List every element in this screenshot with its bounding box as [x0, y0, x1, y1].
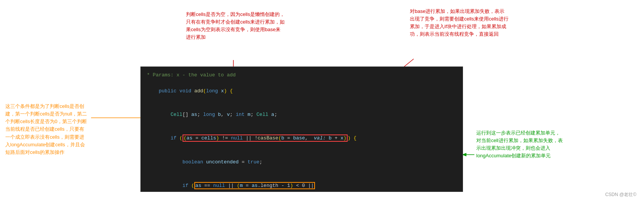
code-line-5: if (as == null || (m = as.length - 1) < …	[147, 174, 457, 198]
annotation-top-right: 对base进行累加，如果出现累加失败，表示出现了竞争，则需要创建cells来使用…	[410, 8, 509, 38]
annotation-top-mid-text: 判断cells是否为空，因为cells是懒惰创建的，只有在有竞争时才会创建cel…	[186, 11, 285, 40]
code-header-line: * Params: x - the value to add	[147, 71, 457, 79]
code-panel: * Params: x - the value to add public vo…	[140, 66, 463, 192]
code-line-3: if ((as = cells) != null || !casBase(b =…	[147, 127, 457, 150]
code-line-4: boolean uncontended = true;	[147, 150, 457, 174]
annotation-right-text: 运行到这一步表示已经创建累加单元，对当前cell进行累加，如果累加失败，表示出现…	[476, 130, 563, 158]
footer-text: CSDN @老壮©	[605, 192, 636, 197]
annotation-top-mid: 判断cells是否为空，因为cells是懒惰创建的，只有在有竞争时才会创建cel…	[186, 11, 285, 41]
footer: CSDN @老壮©	[605, 192, 636, 198]
annotation-left: 这三个条件都是为了判断cells是否创建，第一个判断cells是否为null，第…	[5, 103, 89, 156]
annotation-right: 运行到这一步表示已经创建累加单元，对当前cell进行累加，如果累加失败，表示出现…	[476, 129, 564, 160]
code-line-6: (a = as[getProbe() & m]) == null ||	[147, 198, 457, 201]
annotation-top-right-text: 对base进行累加，如果出现累加失败，表示出现了竞争，则需要创建cells来使用…	[410, 8, 509, 37]
code-line-1: public void add(long x) {	[147, 79, 457, 103]
annotation-left-text: 这三个条件都是为了判断cells是否创建，第一个判断cells是否为null，第…	[5, 103, 87, 155]
code-line-2: Cell[] as; long b, v; int m; Cell a;	[147, 103, 457, 127]
